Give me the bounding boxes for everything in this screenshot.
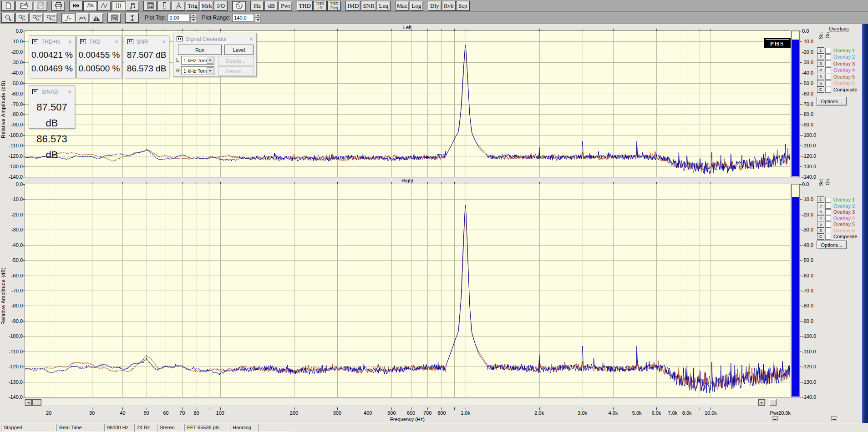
new-file-button[interactable] xyxy=(1,1,15,11)
steps-display-button[interactable] xyxy=(76,13,89,23)
close-icon[interactable]: × xyxy=(115,39,118,45)
save-button[interactable] xyxy=(34,1,47,11)
pwr-minimize-button[interactable] xyxy=(772,416,778,421)
plot-range-spinner[interactable] xyxy=(255,14,261,22)
thd-window-titlebar[interactable]: THD × xyxy=(77,36,122,46)
overlay-on-checkbox-c-left[interactable] xyxy=(825,87,831,93)
pwr-button[interactable]: Pwr xyxy=(279,1,292,11)
overlay-on-checkbox-4-right[interactable] xyxy=(825,215,831,221)
imd-button[interactable]: IMD xyxy=(345,1,360,11)
scroll-left-button[interactable]: ◄ xyxy=(25,399,32,406)
rvb-button[interactable]: Rvb xyxy=(442,1,456,11)
thd-freq-button[interactable]: THDFreq xyxy=(327,1,341,11)
zoom-button[interactable] xyxy=(1,13,15,23)
close-icon[interactable]: × xyxy=(68,39,72,45)
overlay-set-button-6-right[interactable]: 6 xyxy=(817,227,824,234)
overlay-set-button-c-right[interactable]: C xyxy=(817,233,824,240)
hz-button[interactable]: Hz xyxy=(250,1,264,11)
plot-range-input[interactable] xyxy=(232,14,254,22)
settings-dialog-button[interactable] xyxy=(143,1,157,11)
overlay-set-button-5-right[interactable]: 5 xyxy=(817,221,824,227)
overlay-on-checkbox-1-left[interactable] xyxy=(825,48,831,54)
close-icon[interactable]: × xyxy=(68,89,71,95)
run-analyzer-button[interactable] xyxy=(69,1,83,11)
run-button[interactable]: Run xyxy=(178,45,222,55)
snr-button[interactable]: SNR xyxy=(361,1,376,11)
right-tone-select[interactable]: 1 kHz Tone ▼ xyxy=(181,66,214,75)
overlay-minimize-button[interactable] xyxy=(831,416,837,421)
right-details-button[interactable]: Details... xyxy=(218,66,254,76)
plot-h-scrollbar[interactable] xyxy=(25,399,766,406)
overlay-on-checkbox-5-right[interactable] xyxy=(825,221,831,227)
spectrum-view-button[interactable] xyxy=(83,1,97,11)
waterfall-view-button[interactable] xyxy=(112,1,125,11)
axis-tick xyxy=(23,184,25,185)
io-button[interactable]: I/O xyxy=(214,1,228,11)
overlay-set-button-c-left[interactable]: C xyxy=(817,86,824,93)
plot-top-input[interactable] xyxy=(168,14,189,22)
overlay-on-checkbox-2-right[interactable] xyxy=(825,203,831,209)
calibration-button[interactable] xyxy=(172,1,185,11)
trigger-button[interactable]: Trig xyxy=(186,1,199,11)
plot-top-spinner[interactable] xyxy=(190,14,196,22)
impulse-view-button[interactable] xyxy=(126,1,139,11)
log-button[interactable]: Log xyxy=(410,1,423,11)
overlay-set-button-1-left[interactable]: 1 xyxy=(817,47,824,54)
overlay-set-button-6-left[interactable]: 6 xyxy=(817,80,824,86)
scrollbar-thumb[interactable] xyxy=(32,399,41,406)
dly-button[interactable]: Dly xyxy=(428,1,442,11)
signal-generator-button[interactable] xyxy=(232,1,246,11)
overlay-on-checkbox-1-right[interactable] xyxy=(825,197,831,203)
overlays-options-button-right[interactable]: Options... xyxy=(817,241,847,249)
db-button[interactable]: dB xyxy=(264,1,278,11)
snr-window-titlebar[interactable]: SNR × xyxy=(124,36,169,46)
overlay-set-button-4-right[interactable]: 4 xyxy=(817,215,824,221)
vertical-range-button[interactable] xyxy=(125,13,139,23)
zoom-in-2x-button[interactable]: IN2X xyxy=(15,13,29,23)
leq-button[interactable]: Leq xyxy=(377,1,391,11)
zoom-out-2x-button[interactable]: OUT2X xyxy=(30,13,43,23)
print-button[interactable] xyxy=(51,1,65,11)
ruler-button[interactable] xyxy=(157,1,171,11)
overlay-set-button-2-left[interactable]: 2 xyxy=(817,54,824,60)
zoom-out-full-button[interactable]: OUTFULL xyxy=(44,13,57,23)
overlay-on-checkbox-6-right[interactable] xyxy=(825,227,831,233)
thdn-window-titlebar[interactable]: THD+N × xyxy=(29,36,75,46)
peak-display-button[interactable] xyxy=(61,13,75,23)
overlay-set-button-3-right[interactable]: 3 xyxy=(817,209,824,215)
bars-display-button[interactable] xyxy=(90,13,103,23)
overlay-on-checkbox-3-left[interactable] xyxy=(825,60,831,66)
marker-button[interactable]: Mrk xyxy=(200,1,213,11)
scroll-right-button[interactable]: ► xyxy=(758,399,765,406)
overlay-set-button-4-left[interactable]: 4 xyxy=(817,67,824,73)
overlay-set-button-2-right[interactable]: 2 xyxy=(817,203,824,209)
sinad-window-titlebar[interactable]: SINAD × xyxy=(29,86,75,96)
overlay-on-checkbox-6-left[interactable] xyxy=(825,80,831,86)
left-tone-select[interactable]: 1 kHz Tone ▼ xyxy=(181,56,214,65)
overlay-on-checkbox-2-left[interactable] xyxy=(825,54,831,60)
thd-button[interactable]: THD xyxy=(297,1,313,11)
chevron-down-icon[interactable]: ▼ xyxy=(207,57,213,64)
left-details-button[interactable]: Details... xyxy=(218,56,254,65)
overlay-set-button-3-left[interactable]: 3 xyxy=(817,60,824,67)
mac-button[interactable]: Mac xyxy=(395,1,409,11)
overlay-on-checkbox-4-left[interactable] xyxy=(825,67,831,73)
close-icon[interactable]: × xyxy=(249,36,253,42)
signal-generator-titlebar[interactable]: Signal Generator × xyxy=(173,33,256,44)
meter-scale-button[interactable] xyxy=(769,399,777,406)
level-button[interactable]: Level xyxy=(224,45,254,55)
scp-button[interactable]: Scp xyxy=(456,1,470,11)
waveform-view-button[interactable] xyxy=(97,1,111,11)
thdn-button[interactable]: THD+N xyxy=(313,1,327,11)
overlay-on-checkbox-5-left[interactable] xyxy=(825,74,831,80)
plot-settings-button[interactable] xyxy=(107,13,121,23)
overlays-options-button-left[interactable]: Options... xyxy=(817,97,847,105)
close-icon[interactable]: × xyxy=(162,39,166,45)
overlay-on-checkbox-c-right[interactable] xyxy=(825,234,831,240)
overlay-set-button-5-left[interactable]: 5 xyxy=(817,74,824,80)
spectrum-plot-right[interactable] xyxy=(25,184,790,397)
chevron-down-icon[interactable]: ▼ xyxy=(207,67,213,74)
open-file-button[interactable] xyxy=(15,1,33,11)
overlay-on-checkbox-3-right[interactable] xyxy=(825,209,831,215)
overlay-set-button-1-right[interactable]: 1 xyxy=(817,196,824,203)
